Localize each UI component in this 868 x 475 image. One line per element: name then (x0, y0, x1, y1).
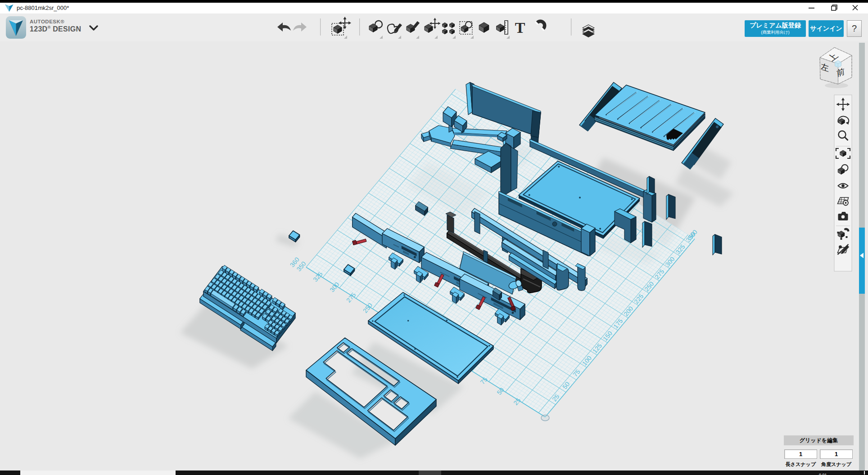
svg-text:T: T (515, 19, 525, 36)
